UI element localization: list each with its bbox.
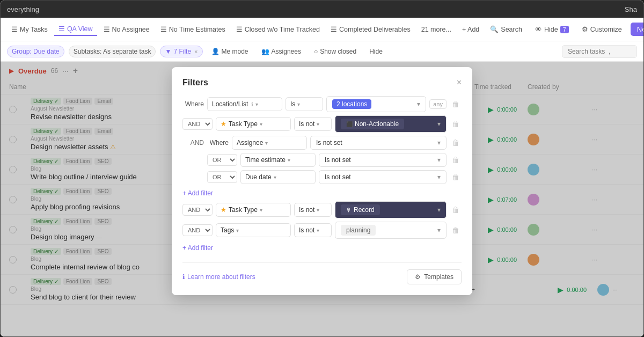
star-icon: ★	[221, 120, 226, 128]
locations-value[interactable]: 2 locations ▾	[326, 96, 426, 112]
info-circle-icon: ℹ	[182, 273, 185, 281]
delete-filter-button[interactable]: 🗑	[450, 153, 462, 166]
filter-row-6: AND OR ★ Task Type ▾ Is not ▾	[182, 201, 462, 218]
group-chip[interactable]: Group: Due date	[7, 46, 64, 57]
hide-button[interactable]: 👁 Hide 7	[531, 24, 573, 35]
show-closed-button[interactable]: ○ Show closed	[310, 46, 361, 57]
where-label: Where	[182, 100, 204, 108]
nav-item-no-time[interactable]: ☰ No Time Estimates	[156, 23, 230, 35]
due-date-field-select[interactable]: Due date ▾	[240, 170, 316, 184]
chevron-down-icon: ▾	[317, 228, 319, 233]
location-field-select[interactable]: Location/List ℹ ▾	[207, 97, 282, 111]
chevron-down-icon: ▾	[437, 226, 441, 234]
and-connector-select[interactable]: AND OR	[182, 118, 213, 130]
list-icon-4: ☰	[160, 25, 167, 33]
assignee-field-select[interactable]: Assignee ▾	[232, 136, 307, 150]
list-icon-5: ☰	[236, 25, 243, 33]
is-operator-select[interactable]: Is ▾	[286, 97, 323, 111]
due-date-is-not-set[interactable]: Is not set ▾	[319, 170, 447, 184]
title-bar-share: Sha	[625, 5, 637, 13]
chevron-down-icon: ▾	[288, 157, 290, 163]
filter-row-2: AND OR ★ Task Type ▾ Is not ▾	[182, 115, 462, 133]
chevron-down-icon: ▾	[274, 174, 276, 180]
delete-filter-button[interactable]: 🗑	[450, 203, 462, 216]
chevron-down-icon: ▾	[260, 207, 262, 213]
record-value[interactable]: 🎙 Record ▾	[335, 201, 447, 218]
filter-section-3: AND OR ★ Task Type ▾ Is not ▾	[182, 201, 462, 254]
add-filter-link-1[interactable]: + Add filter	[182, 187, 213, 199]
delete-filter-button[interactable]: 🗑	[450, 118, 462, 130]
filter-bar-right	[562, 45, 637, 58]
delete-filter-button[interactable]: 🗑	[450, 98, 462, 111]
nav-item-closed-tracked[interactable]: ☰ Closed w/o Time Tracked	[232, 23, 324, 35]
chevron-down-icon: ▾	[255, 101, 258, 107]
tags-field-select[interactable]: Tags ▾	[216, 223, 291, 237]
filter-bar: Group: Due date Subtasks: As separate ta…	[1, 41, 643, 62]
delete-filter-button[interactable]: 🗑	[450, 224, 462, 237]
or-connector-select[interactable]: OR AND	[207, 154, 237, 166]
main-content: ☰ My Tasks ☰ QA View ☰ No Assignee ☰ No …	[1, 18, 643, 336]
nav-item-add[interactable]: + Add	[458, 24, 484, 35]
or-connector-select-2[interactable]: OR AND	[207, 171, 237, 183]
top-nav: ☰ My Tasks ☰ QA View ☰ No Assignee ☰ No …	[1, 18, 643, 41]
filters-chip[interactable]: ▼ 7 Filte ×	[160, 46, 202, 57]
subtask-chip[interactable]: Subtasks: As separate task	[69, 46, 156, 57]
hide-badge: 7	[560, 26, 569, 33]
modal-header: Filters ×	[182, 78, 462, 87]
chevron-down-icon: ▾	[265, 140, 268, 146]
close-icon[interactable]: ×	[194, 48, 197, 55]
modal-close-button[interactable]: ×	[457, 78, 462, 87]
is-not-operator-select-2[interactable]: Is not ▾	[294, 203, 332, 217]
person-icon: 👤	[211, 48, 219, 55]
nav-item-my-tasks[interactable]: ☰ My Tasks	[7, 23, 52, 35]
learn-more-link[interactable]: ℹ Learn more about filters	[182, 273, 255, 281]
assignee-is-not-set[interactable]: Is not set ▾	[310, 136, 447, 150]
is-not-operator-select[interactable]: Is not ▾	[294, 117, 332, 131]
search-icon: 🔍	[490, 25, 499, 33]
assignees-button[interactable]: 👥 Assignees	[257, 46, 305, 57]
star-icon-2: ★	[221, 206, 226, 214]
any-badge: any	[429, 99, 447, 109]
filter-row-7: AND OR Tags ▾ Is not ▾	[182, 222, 462, 239]
nav-item-no-assignee[interactable]: ☰ No Assignee	[99, 23, 154, 35]
new-button[interactable]: New	[631, 23, 643, 36]
record-badge: 🎙 Record	[341, 204, 380, 215]
chevron-down-icon: ▾	[437, 120, 441, 128]
planning-value[interactable]: planning ▾	[335, 222, 447, 239]
block-icon: ⬛	[346, 121, 353, 127]
delete-filter-button[interactable]: 🗑	[450, 136, 462, 149]
task-type-field-select-2[interactable]: ★ Task Type ▾	[216, 203, 291, 217]
chevron-down-icon: ▾	[236, 228, 239, 233]
table-area: ▶ Overdue 66 ··· + Name Time tracked Cre…	[1, 62, 643, 336]
task-type-field-select[interactable]: ★ Task Type ▾	[216, 117, 291, 131]
modal-title: Filters	[182, 78, 208, 87]
and-connector-select-2[interactable]: AND OR	[182, 204, 213, 216]
me-mode-button[interactable]: 👤 Me mode	[207, 46, 253, 57]
time-estimate-is-not-set[interactable]: Is not set ▾	[319, 153, 447, 167]
filters-chip-label: 7 Filte	[173, 48, 191, 55]
non-actionable-value[interactable]: ⬛ Non-Actionable ▾	[335, 115, 447, 133]
group-chip-label: Group: Due date	[12, 48, 60, 55]
chevron-down-icon: ▾	[437, 173, 441, 181]
hide-bar-button[interactable]: Hide	[365, 46, 387, 57]
search-tasks-input[interactable]	[562, 45, 637, 58]
search-button[interactable]: 🔍 Search	[486, 23, 526, 35]
nav-item-completed[interactable]: ☰ Completed Deliverables	[326, 23, 415, 35]
planning-badge: planning	[341, 225, 376, 236]
add-filter-link-2[interactable]: + Add filter	[182, 242, 213, 254]
list-icon: ☰	[11, 25, 18, 33]
templates-button[interactable]: ⚙ Templates	[407, 269, 462, 284]
customize-button[interactable]: ⚙ Customize	[577, 23, 626, 35]
people-icon: 👥	[261, 48, 269, 55]
chevron-down-icon: ▾	[437, 156, 441, 164]
delete-filter-button[interactable]: 🗑	[450, 171, 462, 184]
chevron-down-icon: ▾	[437, 206, 441, 214]
is-not-operator-select-3[interactable]: Is not ▾	[294, 223, 332, 237]
nav-item-more[interactable]: 21 more...	[417, 24, 456, 35]
template-icon: ⚙	[415, 273, 421, 281]
nav-item-qa-view[interactable]: ☰ QA View	[54, 23, 97, 36]
time-estimate-field-select[interactable]: Time estimate ▾	[240, 153, 316, 167]
chevron-down-icon: ▾	[417, 100, 420, 108]
and-connector-select-3[interactable]: AND OR	[182, 224, 213, 236]
chevron-down-icon: ▾	[317, 207, 319, 213]
